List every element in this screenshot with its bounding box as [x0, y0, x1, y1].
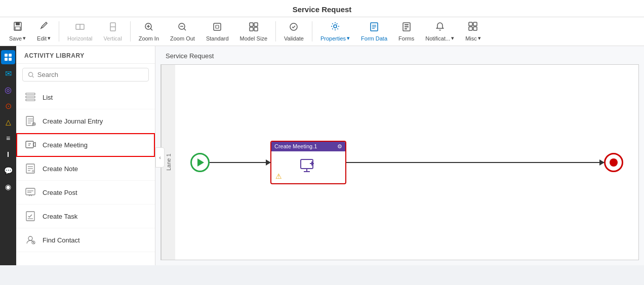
gear-icon[interactable]: ⚙: [337, 143, 342, 150]
svg-point-68: [28, 236, 32, 240]
svg-rect-18: [250, 27, 253, 31]
misc-label: Misc: [465, 35, 477, 42]
sidebar-item-create-task[interactable]: Create Task: [16, 205, 155, 228]
rail-shield-icon[interactable]: ◎: [1, 83, 15, 97]
save-icon: [13, 21, 23, 34]
warning-icon: ⚠: [275, 172, 282, 180]
svg-rect-63: [26, 188, 35, 195]
search-box[interactable]: [22, 68, 149, 82]
end-node[interactable]: [604, 153, 623, 172]
sidebar-collapse-button[interactable]: ‹: [155, 147, 165, 168]
note-icon: [23, 161, 37, 176]
edit-button[interactable]: Edit ▾: [32, 19, 56, 44]
rail-mail-icon[interactable]: ✉: [1, 66, 15, 80]
activity-library-sidebar: ACTIVITY LIBRARY List Create Journal Ent…: [16, 46, 155, 265]
page-title: Service Request: [293, 5, 352, 14]
misc-icon: [468, 21, 478, 34]
svg-rect-1: [16, 22, 20, 25]
svg-rect-2: [15, 27, 20, 30]
rail-chat-icon[interactable]: 💬: [1, 164, 15, 178]
forms-button[interactable]: Forms: [393, 20, 419, 44]
search-icon: [28, 71, 34, 78]
sidebar-items: List Create Journal Entry Create Meeting: [16, 86, 155, 265]
save-dropdown-icon: ▾: [23, 35, 26, 42]
rail-circle-icon[interactable]: ◉: [1, 180, 15, 194]
create-note-label: Create Note: [43, 165, 78, 173]
list-icon: [23, 90, 37, 104]
sidebar-item-create-post[interactable]: Create Post: [16, 181, 155, 205]
save-label: Save: [9, 35, 22, 42]
sidebar-item-list[interactable]: List: [16, 86, 155, 109]
vertical-button[interactable]: Vertical: [99, 20, 127, 44]
model-size-button[interactable]: Model Size: [235, 20, 272, 44]
find-contact-label: Find Contact: [43, 236, 80, 244]
create-meeting-label: Create Meeting: [43, 141, 88, 149]
svg-line-8: [150, 28, 152, 30]
sidebar-header: ACTIVITY LIBRARY: [16, 46, 155, 64]
svg-rect-30: [469, 22, 472, 26]
rail-drive-icon[interactable]: △: [1, 115, 15, 129]
activity-node-header: Create Meeting.1 ⚙: [271, 142, 345, 151]
sidebar-item-create-meeting[interactable]: Create Meeting: [16, 133, 155, 157]
search-input[interactable]: [37, 71, 143, 78]
properties-icon: [330, 21, 340, 34]
svg-rect-14: [214, 23, 221, 30]
svg-rect-17: [254, 23, 258, 26]
activity-node-create-meeting[interactable]: Create Meeting.1 ⚙ ⚠: [270, 141, 346, 184]
divider-3: [275, 21, 276, 42]
misc-button[interactable]: Misc ▾: [460, 19, 486, 44]
validate-button[interactable]: Validate: [279, 20, 309, 44]
divider-4: [312, 21, 312, 42]
svg-line-39: [32, 76, 34, 77]
canvas-label: Service Request: [166, 52, 214, 60]
validate-label: Validate: [284, 35, 304, 42]
rail-notes-icon[interactable]: ≡: [1, 131, 15, 145]
vertical-label: Vertical: [104, 35, 122, 42]
edit-icon: [39, 21, 49, 34]
post-icon: [23, 185, 37, 199]
model-size-label: Model Size: [240, 35, 267, 42]
notifications-button[interactable]: Notificat... ▾: [420, 19, 459, 44]
model-size-icon: [249, 22, 259, 34]
form-data-button[interactable]: Form Data: [356, 20, 392, 44]
start-node[interactable]: [190, 153, 210, 172]
activity-node-title: Create Meeting.1: [274, 143, 317, 149]
zoom-in-icon: [144, 22, 154, 34]
chevron-left-icon: ‹: [159, 154, 161, 160]
journal-entry-label: Create Journal Entry: [43, 117, 103, 125]
svg-rect-35: [9, 54, 12, 57]
svg-rect-27: [405, 24, 409, 25]
svg-rect-52: [26, 141, 33, 148]
sidebar-item-find-contact[interactable]: Find Contact: [16, 228, 155, 252]
zoom-in-button[interactable]: Zoom In: [134, 20, 164, 44]
sidebar-item-journal-entry[interactable]: Create Journal Entry: [16, 109, 155, 133]
validate-icon: [289, 22, 299, 34]
notifications-label: Notificat...: [425, 35, 450, 42]
rail-i-icon[interactable]: I: [1, 147, 15, 161]
svg-rect-29: [405, 28, 407, 29]
save-button[interactable]: Save ▾: [4, 19, 31, 44]
rail-office-icon[interactable]: ⊙: [1, 99, 15, 113]
standard-icon: [212, 22, 222, 34]
flow-arrow-1: [210, 162, 270, 163]
form-data-label: Form Data: [361, 35, 387, 42]
sidebar-item-create-note[interactable]: Create Note: [16, 157, 155, 181]
properties-label: Properties: [320, 35, 346, 42]
svg-rect-37: [9, 58, 12, 61]
journal-icon: [23, 114, 37, 128]
properties-button[interactable]: Properties ▾: [315, 19, 355, 44]
svg-rect-34: [5, 54, 8, 57]
standard-button[interactable]: Standard: [201, 20, 234, 44]
end-node-inner: [610, 158, 618, 167]
svg-rect-36: [5, 58, 8, 61]
rail-grid-icon[interactable]: [1, 50, 15, 64]
zoom-out-button[interactable]: Zoom Out: [165, 20, 200, 44]
svg-line-12: [184, 28, 186, 30]
canvas-area: Service Request Lane 1 Create Meeting.1 …: [155, 46, 644, 265]
horizontal-button[interactable]: Horizontal: [62, 20, 98, 44]
standard-label: Standard: [206, 35, 229, 42]
toolbar: Save ▾ Edit ▾ Horizontal Vertical Zoom: [0, 17, 644, 46]
icon-rail: ✉ ◎ ⊙ △ ≡ I 💬 ◉: [0, 46, 16, 265]
vertical-icon: [108, 22, 118, 34]
zoom-out-label: Zoom Out: [170, 35, 195, 42]
